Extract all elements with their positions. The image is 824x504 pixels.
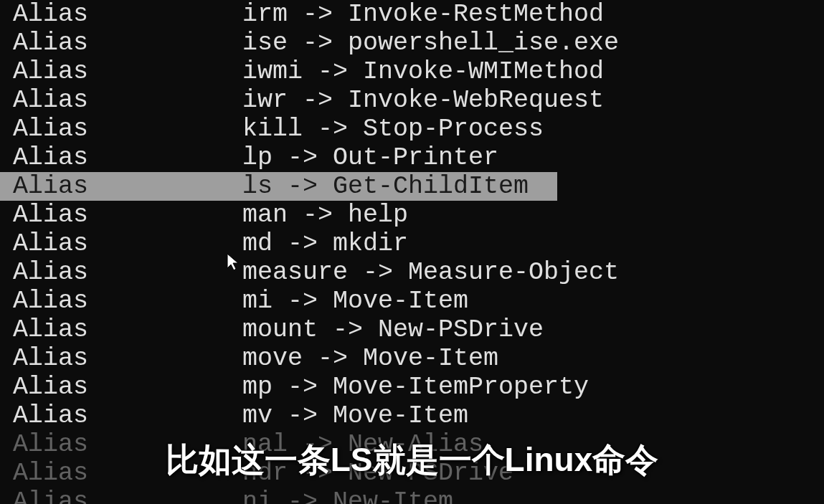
alias-row: Aliasiwr -> Invoke-WebRequest	[0, 86, 824, 115]
alias-row: Aliasman -> help	[0, 201, 824, 229]
alias-mapping: mount -> New-PSDrive	[242, 315, 544, 344]
alias-mapping: mi -> Move-Item	[242, 287, 468, 315]
alias-mapping: md -> mkdir	[242, 229, 408, 258]
alias-row: Aliasmp -> Move-ItemProperty	[0, 373, 824, 401]
alias-mapping: ni -> New-Item	[242, 488, 453, 504]
alias-mapping: lp -> Out-Printer	[242, 143, 498, 172]
alias-mapping: ise -> powershell_ise.exe	[242, 29, 619, 57]
alias-row: Aliasiwmi -> Invoke-WMIMethod	[0, 57, 824, 86]
command-type: Alias	[13, 488, 242, 504]
command-type: Alias	[13, 57, 242, 86]
alias-mapping: mp -> Move-ItemProperty	[242, 373, 589, 401]
command-type: Alias	[13, 258, 242, 287]
command-type: Alias	[13, 172, 242, 201]
alias-row: Aliasmount -> New-PSDrive	[0, 315, 824, 344]
command-type: Alias	[13, 287, 242, 315]
alias-row: Aliasmeasure -> Measure-Object	[0, 258, 824, 287]
alias-row: Aliasmd -> mkdir	[0, 229, 824, 258]
command-type: Alias	[13, 115, 242, 143]
video-subtitle: 比如这一条LS就是一个Linux命令	[166, 438, 658, 482]
command-type: Alias	[13, 143, 242, 172]
alias-row: Aliasls -> Get-ChildItem	[0, 172, 557, 201]
alias-mapping: ls -> Get-ChildItem	[242, 172, 557, 201]
command-type: Alias	[13, 344, 242, 373]
alias-row: Aliasni -> New-Item	[0, 488, 824, 504]
command-type: Alias	[13, 86, 242, 115]
alias-row: Aliasise -> powershell_ise.exe	[0, 29, 824, 57]
alias-row: Aliasirm -> Invoke-RestMethod	[0, 0, 824, 29]
alias-row: Aliasmi -> Move-Item	[0, 287, 824, 315]
command-type: Alias	[13, 0, 242, 29]
alias-mapping: iwmi -> Invoke-WMIMethod	[242, 57, 604, 86]
command-type: Alias	[13, 373, 242, 401]
alias-row: Aliasmove -> Move-Item	[0, 344, 824, 373]
alias-mapping: kill -> Stop-Process	[242, 115, 544, 143]
alias-row: Aliasmv -> Move-Item	[0, 401, 824, 430]
terminal-output: Aliasirm -> Invoke-RestMethodAliasise ->…	[0, 0, 824, 504]
command-type: Alias	[13, 401, 242, 430]
alias-row: Aliaskill -> Stop-Process	[0, 115, 824, 143]
command-type: Alias	[13, 201, 242, 229]
command-type: Alias	[13, 29, 242, 57]
command-type: Alias	[13, 229, 242, 258]
alias-row: Aliaslp -> Out-Printer	[0, 143, 824, 172]
alias-mapping: man -> help	[242, 201, 408, 229]
alias-mapping: iwr -> Invoke-WebRequest	[242, 86, 604, 115]
alias-mapping: measure -> Measure-Object	[242, 258, 619, 287]
command-type: Alias	[13, 315, 242, 344]
alias-mapping: mv -> Move-Item	[242, 401, 468, 430]
alias-mapping: irm -> Invoke-RestMethod	[242, 0, 604, 29]
alias-mapping: move -> Move-Item	[242, 344, 498, 373]
